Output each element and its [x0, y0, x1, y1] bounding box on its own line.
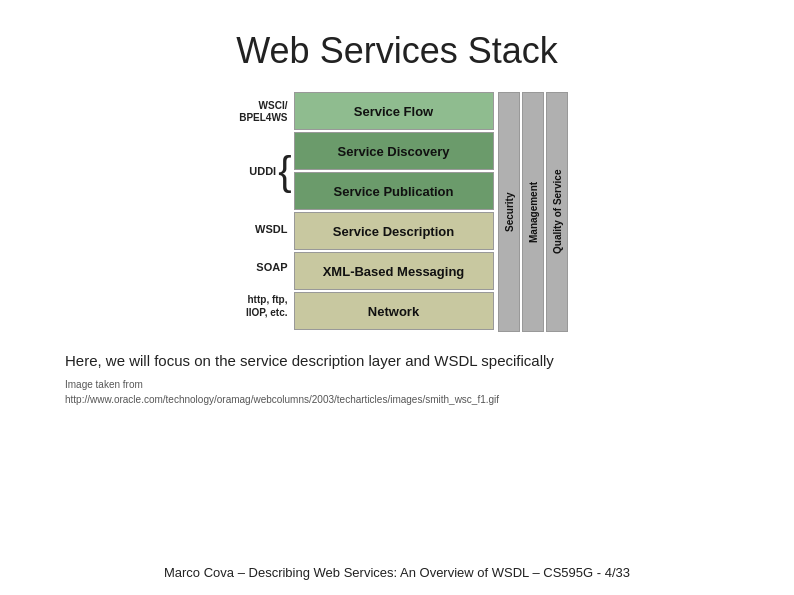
quality-label-col: Quality of Service — [546, 92, 568, 332]
wsci-label: WSCI/ BPEL4WS — [227, 92, 292, 132]
layer-xml-messaging: XML-Based Messaging — [294, 252, 494, 290]
body-text: Here, we will focus on the service descr… — [60, 350, 554, 371]
uddi-text: UDDI — [249, 165, 276, 177]
image-credit-line2: http://www.oracle.com/technology/oramag/… — [60, 394, 499, 405]
footer: Marco Cova – Describing Web Services: An… — [0, 565, 794, 580]
brace-icon: { — [278, 151, 291, 191]
soap-label: SOAP — [227, 248, 292, 286]
wsdl-label: WSDL — [227, 210, 292, 248]
stack-layers: Service Flow Service Discovery Service P… — [294, 92, 494, 332]
layer-service-flow: Service Flow — [294, 92, 494, 130]
left-labels: WSCI/ BPEL4WS UDDI { WSDL SOAP ht — [227, 92, 292, 332]
layer-service-publication: Service Publication — [294, 172, 494, 210]
image-credit-line1: Image taken from — [60, 379, 143, 390]
wsci-text: WSCI/ — [259, 100, 288, 111]
security-label: Security — [498, 92, 520, 332]
diagram-area: WSCI/ BPEL4WS UDDI { WSDL SOAP ht — [60, 92, 734, 332]
layer-network: Network — [294, 292, 494, 330]
http-label: http, ftp,IIOP, etc. — [227, 286, 292, 326]
side-labels: Security Management Quality of Service — [496, 92, 568, 332]
security-label-col: Security — [498, 92, 520, 332]
layer-service-description: Service Description — [294, 212, 494, 250]
uddi-label: UDDI { — [227, 132, 292, 210]
management-label: Management — [522, 92, 544, 332]
layer-service-discovery: Service Discovery — [294, 132, 494, 170]
quality-label: Quality of Service — [546, 92, 568, 332]
slide-title: Web Services Stack — [60, 30, 734, 72]
web-services-stack-diagram: WSCI/ BPEL4WS UDDI { WSDL SOAP ht — [227, 92, 568, 332]
bpel4ws-text: BPEL4WS — [239, 112, 287, 123]
management-label-col: Management — [522, 92, 544, 332]
